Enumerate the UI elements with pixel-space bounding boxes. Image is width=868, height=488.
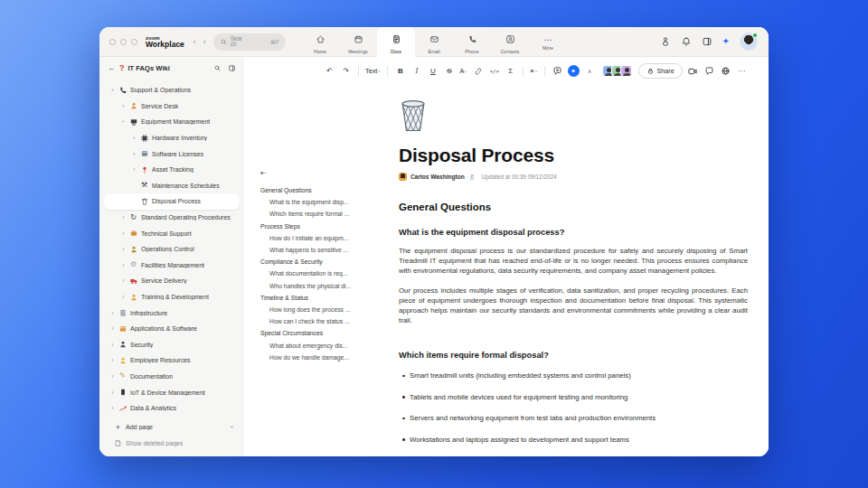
sidebar-item-applications-software[interactable]: ›Applications & Software xyxy=(104,321,240,337)
window-controls[interactable] xyxy=(109,39,137,45)
add-page-chevron-icon[interactable]: › xyxy=(228,426,234,427)
tree-chevron-icon[interactable]: › xyxy=(119,262,127,268)
sidebar-item-equipment-management[interactable]: ›Equipment Management xyxy=(104,114,240,130)
tree-chevron-icon[interactable]: › xyxy=(108,325,117,332)
zoom-window-button[interactable] xyxy=(131,39,137,45)
outline-section[interactable]: General Questions xyxy=(260,184,371,196)
text-color-dropdown[interactable]: A› xyxy=(459,67,467,75)
underline-button[interactable]: U xyxy=(427,64,439,78)
sidebar-item-asset-tracking[interactable]: ›Asset Tracking xyxy=(104,162,240,178)
italic-button[interactable]: I xyxy=(410,64,422,78)
ai-sparkle-icon[interactable]: ✦ xyxy=(722,37,730,46)
sidebar-collapse-icon[interactable] xyxy=(228,60,236,76)
tree-chevron-icon[interactable]: › xyxy=(130,151,138,157)
tree-chevron-icon[interactable]: › xyxy=(119,294,127,300)
outline-item[interactable]: How long does the process ... xyxy=(260,304,371,315)
outline-item[interactable]: What is the equipment disp... xyxy=(260,196,371,208)
tab-email[interactable]: Email xyxy=(415,27,453,57)
undo-icon[interactable]: ↶ xyxy=(324,64,335,78)
tab-meetings[interactable]: Meetings xyxy=(339,27,377,57)
list-format-dropdown[interactable]: ≡› xyxy=(530,67,537,75)
tab-docs[interactable]: Docs xyxy=(377,27,415,57)
sidebar-item-disposal-process[interactable]: Disposal Process xyxy=(104,193,240,210)
nav-forward-button[interactable]: › xyxy=(203,37,206,46)
sidebar-item-training-development[interactable]: ›Training & Development xyxy=(104,289,240,305)
outline-item[interactable]: Which items require formal ... xyxy=(260,208,371,220)
tree-chevron-icon[interactable]: › xyxy=(130,166,138,173)
tree-chevron-icon[interactable]: › xyxy=(108,87,117,93)
tree-chevron-icon[interactable]: › xyxy=(119,230,127,237)
outline-item[interactable]: How do we handle damage... xyxy=(260,352,371,363)
sidebar-item-service-desk[interactable]: ›Service Desk xyxy=(104,99,240,115)
comment-icon[interactable] xyxy=(552,64,563,78)
tree-chevron-icon[interactable]: › xyxy=(130,135,138,141)
notifications-bell-icon[interactable] xyxy=(681,36,692,47)
profile-icon[interactable] xyxy=(660,36,671,47)
tab-more[interactable]: ⋯More xyxy=(529,27,567,57)
tree-chevron-icon[interactable]: › xyxy=(119,277,127,284)
sidebar-item-security[interactable]: ›Security xyxy=(104,337,240,353)
collaborator-avatar-3[interactable] xyxy=(620,65,632,77)
panel-toggle-icon[interactable] xyxy=(702,36,712,47)
tree-chevron-icon[interactable]: › xyxy=(119,103,127,109)
chat-icon[interactable] xyxy=(703,64,715,78)
outline-section[interactable]: Process Steps xyxy=(260,221,371,232)
sidebar-item-support-operations[interactable]: ›Support & Operations xyxy=(104,82,240,99)
nav-back-button[interactable]: ‹ xyxy=(193,37,196,46)
globe-icon[interactable] xyxy=(720,64,731,78)
sidebar-item-technical-support[interactable]: ›Technical Support xyxy=(104,225,240,241)
sidebar-item-standard-operating-procedures[interactable]: ›↻Standard Operating Procedures xyxy=(104,210,240,226)
outline-item[interactable]: What about emergency dis... xyxy=(260,340,371,352)
sidebar-item-software-licenses[interactable]: ›Software Licenses xyxy=(104,145,240,162)
sidebar-item-infrastructure[interactable]: ›Infrastructure xyxy=(104,305,240,321)
text-style-dropdown[interactable]: Text› xyxy=(365,67,381,75)
document-body[interactable]: Disposal Process Carlos Washington Updat… xyxy=(399,95,748,456)
tree-chevron-icon[interactable]: › xyxy=(120,117,127,126)
bold-button[interactable]: B xyxy=(394,64,406,78)
tab-home[interactable]: Home xyxy=(301,27,339,57)
outline-section[interactable]: Compliance & Security xyxy=(260,256,371,267)
close-window-button[interactable] xyxy=(109,39,116,45)
sidebar-item-employee-resources[interactable]: ›Employee Resources xyxy=(104,352,240,369)
chevron-up-icon[interactable]: ∧ xyxy=(584,64,596,78)
outline-section[interactable]: Special Circumstances xyxy=(260,327,371,339)
sidebar-search-icon[interactable] xyxy=(213,60,222,76)
ai-companion-button[interactable]: ✦ xyxy=(568,65,580,77)
add-page-button[interactable]: + Add page › xyxy=(104,419,240,436)
video-call-icon[interactable] xyxy=(687,64,699,78)
strikethrough-button[interactable]: S xyxy=(443,64,455,78)
sidebar-item-operations-control[interactable]: ›Operations Control xyxy=(104,241,240,258)
collapse-outline-icon[interactable]: ⇤ xyxy=(260,169,371,177)
sidebar-back-icon[interactable]: ← xyxy=(108,63,116,72)
user-avatar[interactable] xyxy=(740,33,758,51)
tab-phone[interactable]: Phone xyxy=(453,27,491,57)
tree-chevron-icon[interactable]: › xyxy=(108,389,117,396)
tree-chevron-icon[interactable]: › xyxy=(108,373,117,380)
share-button[interactable]: Share xyxy=(638,63,683,79)
sidebar-item-hardware-inventory[interactable]: ›Hardware Inventory xyxy=(104,130,240,146)
show-deleted-pages-button[interactable]: Show deleted pages xyxy=(104,435,240,451)
link-icon[interactable] xyxy=(472,64,484,78)
sidebar-item-service-delivery[interactable]: ›Service Delivery xyxy=(104,273,240,289)
tree-chevron-icon[interactable]: › xyxy=(119,246,127,252)
tree-chevron-icon[interactable]: › xyxy=(119,214,127,221)
code-block-button[interactable]: </> xyxy=(488,64,500,78)
sidebar-item-facilities-management[interactable]: ›⚙Facilities Management xyxy=(104,258,240,274)
tree-chevron-icon[interactable]: › xyxy=(108,342,117,348)
outline-item[interactable]: Who handles the physical di... xyxy=(260,280,371,292)
redo-icon[interactable]: ↷ xyxy=(340,64,352,78)
search-input[interactable]: Search ⌘F xyxy=(213,33,286,51)
tree-chevron-icon[interactable]: › xyxy=(108,405,117,411)
tab-contacts[interactable]: Contacts xyxy=(491,27,529,57)
sidebar-item-iot-device-management[interactable]: ›IoT & Device Management xyxy=(104,384,240,400)
more-options-icon[interactable]: ⋯ xyxy=(736,64,748,78)
equation-button[interactable]: Σ xyxy=(505,64,516,78)
tree-chevron-icon[interactable]: › xyxy=(108,357,117,363)
outline-item[interactable]: How can I check the status ... xyxy=(260,315,371,327)
minimize-window-button[interactable] xyxy=(120,39,127,45)
outline-item[interactable]: How do I initiate an equipm... xyxy=(260,232,371,244)
outline-item[interactable]: What happens to sensitive ... xyxy=(260,244,371,256)
sidebar-item-documentation[interactable]: ›✎Documentation xyxy=(104,369,240,385)
outline-item[interactable]: What documentation is req... xyxy=(260,267,371,279)
tree-chevron-icon[interactable]: › xyxy=(108,310,117,316)
